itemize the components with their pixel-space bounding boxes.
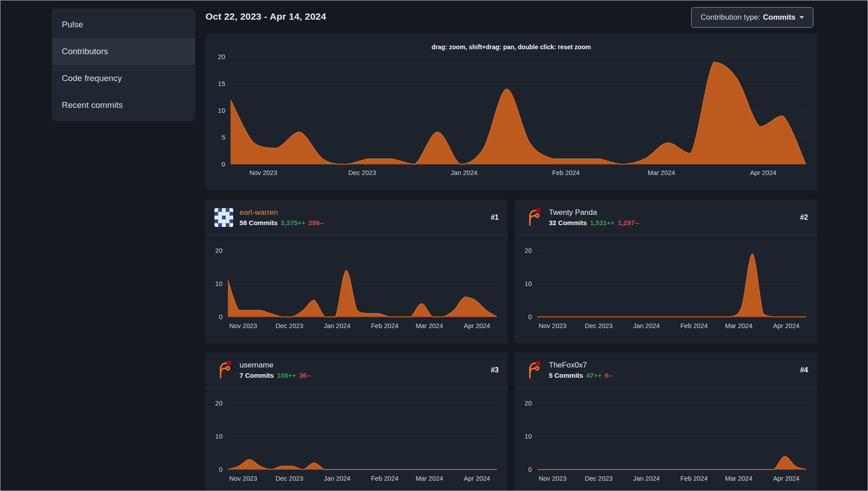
contributor-stats: 5 Commits47++6-- [549, 371, 613, 379]
sidebar-item-pulse[interactable]: Pulse [52, 11, 195, 38]
svg-text:Apr 2024: Apr 2024 [464, 322, 490, 329]
svg-text:0: 0 [219, 466, 222, 473]
svg-text:10: 10 [218, 107, 225, 114]
deletions-count: 286-- [308, 219, 324, 226]
contributor-card: earl-warren 58 Commits3,375++286-- #1 01… [205, 200, 508, 344]
contributor-card-header: Twenty Panda 32 Commits1,531++1,297-- #2 [515, 200, 817, 235]
svg-text:Dec 2023: Dec 2023 [585, 475, 613, 482]
svg-text:Feb 2024: Feb 2024 [371, 475, 398, 482]
svg-text:Jan 2024: Jan 2024 [633, 322, 660, 329]
contributor-card-header: TheFox0x7 5 Commits47++6-- #4 [515, 352, 817, 388]
overall-contributions-panel: drag: zoom, shift+drag: pan, double clic… [205, 34, 817, 190]
svg-text:Dec 2023: Dec 2023 [348, 169, 376, 176]
svg-text:10: 10 [525, 433, 532, 440]
svg-text:20: 20 [215, 400, 222, 407]
svg-text:Jan 2024: Jan 2024 [324, 322, 351, 329]
svg-text:20: 20 [525, 400, 532, 407]
overall-contributions-chart[interactable]: 05101520Nov 2023Dec 2023Jan 2024Feb 2024… [212, 34, 811, 190]
commit-count: 5 Commits [549, 371, 583, 379]
svg-text:Mar 2024: Mar 2024 [648, 169, 675, 176]
additions-count: 1,531++ [590, 219, 615, 226]
contributor-chart[interactable]: 01020Nov 2023Dec 2023Jan 2024Feb 2024Mar… [210, 389, 503, 491]
contributor-chart[interactable]: 01020Nov 2023Dec 2023Jan 2024Feb 2024Mar… [519, 389, 812, 491]
svg-text:15: 15 [218, 80, 225, 87]
contribution-type-label: Contribution type: [701, 13, 760, 22]
svg-text:Mar 2024: Mar 2024 [415, 322, 443, 329]
svg-text:20: 20 [215, 247, 222, 254]
svg-text:Dec 2023: Dec 2023 [585, 322, 613, 329]
contributor-stats: 58 Commits3,375++286-- [239, 219, 324, 226]
svg-text:0: 0 [222, 161, 225, 168]
additions-count: 108++ [277, 371, 296, 379]
svg-text:Nov 2023: Nov 2023 [229, 475, 257, 482]
contributor-avatar [214, 208, 233, 227]
svg-text:Nov 2023: Nov 2023 [229, 322, 257, 329]
svg-text:Mar 2024: Mar 2024 [725, 322, 752, 329]
svg-text:Feb 2024: Feb 2024 [371, 322, 398, 329]
rank-badge: #1 [491, 213, 499, 222]
contribution-type-dropdown[interactable]: Contribution type: Commits [691, 7, 813, 28]
svg-text:Dec 2023: Dec 2023 [276, 475, 304, 482]
svg-text:Mar 2024: Mar 2024 [725, 475, 752, 482]
svg-text:20: 20 [525, 247, 532, 254]
contributor-card: username 7 Commits108++36-- #3 01020Nov … [205, 352, 508, 491]
svg-text:Mar 2024: Mar 2024 [415, 475, 443, 482]
deletions-count: 6-- [605, 371, 613, 379]
svg-text:Feb 2024: Feb 2024 [552, 169, 580, 176]
commit-count: 7 Commits [239, 371, 274, 379]
deletions-count: 36-- [299, 371, 311, 379]
svg-text:Nov 2023: Nov 2023 [249, 169, 277, 176]
contributor-card: Twenty Panda 32 Commits1,531++1,297-- #2… [515, 200, 817, 344]
contributor-name-link[interactable]: Twenty Panda [549, 208, 639, 217]
chevron-down-icon [800, 16, 804, 19]
svg-text:0: 0 [528, 313, 532, 320]
commit-count: 32 Commits [549, 219, 587, 226]
svg-text:Jan 2024: Jan 2024 [324, 475, 351, 482]
deletions-count: 1,297-- [618, 219, 639, 226]
svg-text:Apr 2024: Apr 2024 [750, 169, 776, 176]
contributor-name-link[interactable]: username [239, 361, 311, 370]
forgejo-logo-icon [524, 208, 543, 227]
svg-text:Jan 2024: Jan 2024 [451, 169, 478, 176]
contributor-name-link[interactable]: TheFox0x7 [549, 361, 613, 370]
contributor-avatar [214, 361, 233, 380]
svg-text:0: 0 [528, 466, 532, 473]
svg-text:Jan 2024: Jan 2024 [633, 475, 660, 482]
contributor-card: TheFox0x7 5 Commits47++6-- #4 01020Nov 2… [515, 352, 817, 491]
contributor-chart[interactable]: 01020Nov 2023Dec 2023Jan 2024Feb 2024Mar… [210, 236, 503, 343]
additions-count: 47++ [586, 371, 602, 379]
identicon-avatar [214, 208, 233, 227]
sidebar-item-code-frequency[interactable]: Code frequency [52, 65, 195, 92]
contributor-avatar [524, 361, 543, 380]
svg-text:10: 10 [525, 280, 532, 287]
activity-sidebar: Pulse Contributors Code frequency Recent… [52, 9, 195, 121]
svg-text:10: 10 [215, 280, 222, 287]
forgejo-logo-icon [524, 361, 543, 380]
sidebar-item-recent-commits[interactable]: Recent commits [52, 92, 195, 119]
svg-text:5: 5 [222, 134, 225, 141]
contributors-page: Pulse Contributors Code frequency Recent… [0, 0, 868, 491]
svg-text:Apr 2024: Apr 2024 [773, 475, 800, 482]
sidebar-item-contributors[interactable]: Contributors [52, 38, 195, 65]
contributor-avatar [524, 208, 543, 227]
contributor-card-header: username 7 Commits108++36-- #3 [205, 352, 508, 388]
svg-text:Nov 2023: Nov 2023 [539, 322, 566, 329]
svg-text:Apr 2024: Apr 2024 [773, 322, 800, 329]
svg-text:Dec 2023: Dec 2023 [276, 322, 304, 329]
rank-badge: #4 [800, 366, 808, 374]
contributor-chart[interactable]: 01020Nov 2023Dec 2023Jan 2024Feb 2024Mar… [519, 236, 812, 343]
svg-text:Feb 2024: Feb 2024 [680, 322, 708, 329]
rank-badge: #3 [491, 366, 499, 374]
svg-text:0: 0 [219, 313, 222, 320]
contributor-card-header: earl-warren 58 Commits3,375++286-- #1 [205, 200, 508, 235]
date-range-heading: Oct 22, 2023 - Apr 14, 2024 [205, 11, 326, 22]
additions-count: 3,375++ [281, 219, 305, 226]
contributor-name-link[interactable]: earl-warren [239, 208, 324, 217]
svg-text:Feb 2024: Feb 2024 [680, 475, 708, 482]
svg-text:10: 10 [215, 433, 222, 440]
svg-text:20: 20 [218, 53, 225, 60]
rank-badge: #2 [800, 213, 808, 222]
commit-count: 58 Commits [239, 219, 278, 226]
contribution-type-value: Commits [763, 13, 795, 22]
forgejo-logo-icon [214, 361, 233, 380]
